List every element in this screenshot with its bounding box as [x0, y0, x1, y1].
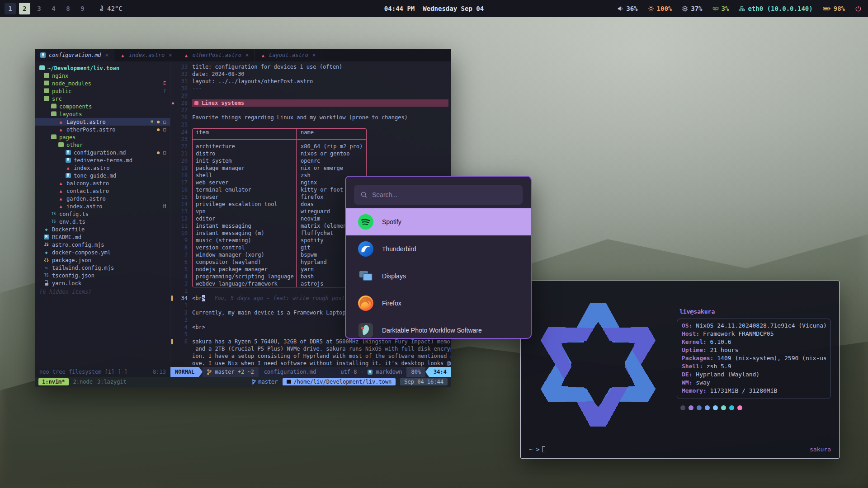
- close-icon[interactable]: ×: [245, 52, 249, 58]
- tree-item-configuration-md[interactable]: configuration.md● □: [35, 149, 170, 156]
- table-cell-item: nodejs package manager: [193, 266, 297, 273]
- git-diff-modified: ~2: [247, 369, 254, 375]
- tree-item-docker-compose-yml[interactable]: docker-compose.yml: [35, 249, 170, 256]
- tree-item-otherpost-astro[interactable]: otherPost.astro● □: [35, 126, 170, 133]
- launcher-item-firefox[interactable]: Firefox: [346, 290, 531, 317]
- darktable-icon: [358, 322, 374, 338]
- tree-item-tsconfig-json[interactable]: tsconfig.json: [35, 272, 170, 279]
- cpu-value: 37%: [691, 5, 702, 12]
- tree-item-tailwind-config-mjs[interactable]: tailwind.config.mjs: [35, 264, 170, 272]
- astro-file-icon: [57, 180, 64, 186]
- line-number: 10: [175, 230, 192, 237]
- launcher-item-spotify[interactable]: Spotify: [346, 208, 531, 235]
- tree-item-package-json[interactable]: package.json: [35, 256, 170, 264]
- line-text: <br>: [192, 324, 205, 331]
- tree-item-layout-astro[interactable]: Layout.astroH ● □: [35, 118, 170, 126]
- fetch-value: 11731MiB / 31280MiB: [707, 387, 778, 394]
- tree-item-pages[interactable]: pages: [35, 133, 170, 141]
- mode-indicator: NORMAL: [170, 367, 199, 377]
- tree-item-balcony-astro[interactable]: balcony.astro: [35, 179, 170, 187]
- tree-item-tone-guide-md[interactable]: tone-guide.md: [35, 172, 170, 179]
- file-encoding: utf-8: [340, 369, 357, 375]
- tree-root[interactable]: ~/Development/liv.town: [35, 64, 170, 72]
- system-tray: 36% 100% 37% 3% eth0 (10.0.0.140) 98%: [617, 5, 862, 12]
- folder-icon: [43, 73, 50, 79]
- editor-heading-line: 28Linux systems: [175, 99, 451, 107]
- fetch-value: 1409 (nix-system), 2590 (nix-user): [713, 355, 826, 361]
- docker-file-icon: [43, 226, 50, 232]
- thermometer-icon: [99, 5, 105, 12]
- palette-dot: [705, 405, 710, 410]
- close-icon[interactable]: ×: [105, 52, 108, 58]
- workspace-button-1[interactable]: 1: [5, 3, 16, 14]
- fetch-info-box: OS: NixOS 24.11.20240828.71e91c4 (Vicuna…: [677, 319, 831, 399]
- tree-item-config-ts[interactable]: config.ts: [35, 210, 170, 218]
- lock-icon: [43, 280, 50, 286]
- table-cell-name: openrc: [297, 157, 366, 164]
- tree-item-layouts[interactable]: layouts: [35, 110, 170, 118]
- launcher-item-displays[interactable]: Displays: [346, 263, 531, 290]
- fetch-value: zsh 5.9: [703, 363, 731, 370]
- line-text: ove. I use Nix when I need software with…: [192, 360, 451, 367]
- tmux-git-branch: master: [252, 379, 278, 385]
- line-number: [175, 360, 192, 367]
- workspace-button-3[interactable]: 3: [33, 3, 45, 14]
- table-cell-name: x86_64 (rip m2 pro): [297, 143, 366, 150]
- table-cell-item: instant messaging (m): [193, 230, 297, 237]
- search-input[interactable]: Search...: [354, 185, 523, 205]
- tree-item-env-d-ts[interactable]: env.d.ts: [35, 218, 170, 225]
- tree-item-public[interactable]: public?: [35, 87, 170, 95]
- table-cell-item: instant messaging: [193, 222, 297, 230]
- tree-item-contact-astro[interactable]: contact.astro: [35, 187, 170, 195]
- table-cell-item: window manager (xorg): [193, 251, 297, 258]
- workspace-button-4[interactable]: 4: [48, 3, 59, 14]
- table-cell-item: programming/scripting language: [193, 273, 297, 280]
- line-number: 24: [175, 128, 192, 136]
- close-icon[interactable]: ×: [312, 52, 316, 58]
- tree-item-components[interactable]: components: [35, 103, 170, 110]
- tmux-window-nvim[interactable]: 1:nvim*: [38, 378, 69, 385]
- line-text: Currently, my main device is a Framework…: [192, 309, 352, 316]
- tree-item-readme-md[interactable]: README.md: [35, 233, 170, 241]
- tree-item-astro-config-mjs[interactable]: astro.config.mjs: [35, 241, 170, 249]
- line-number: 28: [175, 99, 192, 107]
- launcher-item-darktable[interactable]: Darktable Photo Workflow Software: [346, 317, 531, 339]
- workspace-button-2[interactable]: 2: [19, 3, 30, 14]
- tmux-window-lazygit[interactable]: 3:lazygit: [97, 379, 127, 385]
- neo-tree-panel[interactable]: ~/Development/liv.town nginx node_module…: [35, 61, 170, 367]
- tree-item-other[interactable]: other: [35, 141, 170, 149]
- launcher-item-label: Thunderbird: [382, 245, 416, 253]
- table-cell-item: editor: [193, 215, 297, 222]
- tree-item-fediverse-terms-md[interactable]: fediverse-terms.md: [35, 156, 170, 164]
- tree-item-garden-astro[interactable]: garden.astro: [35, 195, 170, 202]
- line-number: 26: [175, 114, 192, 121]
- tree-item-index-astro-pages[interactable]: index.astroH: [35, 202, 170, 210]
- tree-item-node-modules[interactable]: node_modulesE: [35, 80, 170, 87]
- tree-item-src[interactable]: src: [35, 95, 170, 103]
- tree-item-yarn-lock[interactable]: yarn.lock: [35, 279, 170, 287]
- close-icon[interactable]: ×: [169, 52, 172, 58]
- palette-dot: [729, 405, 734, 410]
- markdown-file-icon: [65, 150, 71, 155]
- tree-item-nginx[interactable]: nginx: [35, 72, 170, 80]
- tmux-window-node[interactable]: 2:node: [73, 379, 93, 385]
- shell-prompt[interactable]: ~ >: [529, 446, 545, 453]
- workspace-button-8[interactable]: 8: [62, 3, 74, 14]
- tab-otherpost-astro[interactable]: otherPost.astro×: [178, 49, 255, 61]
- scroll-percent: 80%: [406, 367, 425, 377]
- tab-configuration-md[interactable]: configuration.md×: [35, 49, 114, 61]
- tab-layout-astro[interactable]: Layout.astro×: [255, 49, 321, 61]
- tree-item-index-astro[interactable]: index.astro: [35, 164, 170, 172]
- line-number: 1: [175, 287, 192, 295]
- powerline-separator: [199, 367, 203, 377]
- tab-index-astro[interactable]: index.astro×: [114, 49, 178, 61]
- launcher-item-thunderbird[interactable]: Thunderbird: [346, 235, 531, 263]
- power-widget[interactable]: [855, 5, 862, 12]
- workspace-button-9[interactable]: 9: [77, 3, 88, 14]
- tmux-statusbar: 1:nvim* 2:node 3:lazygit master /home/li…: [35, 377, 451, 387]
- line-number: 25: [175, 121, 192, 128]
- cursor-position: 34:4: [429, 367, 451, 377]
- power-icon[interactable]: [855, 5, 862, 12]
- tree-item-dockerfile[interactable]: Dockerfile: [35, 225, 170, 233]
- neotree-statusline: neo-tree filesystem [1] [-]8:13: [35, 367, 170, 377]
